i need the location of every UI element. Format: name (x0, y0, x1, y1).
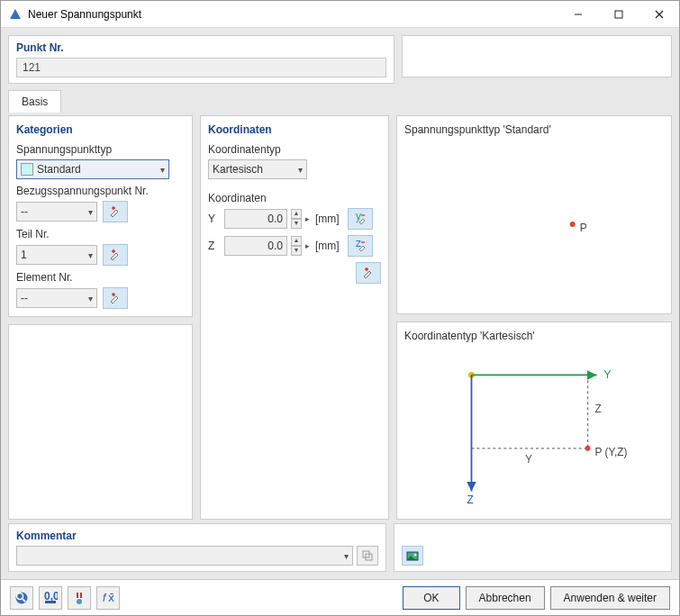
bezugspunkt-value: -- (21, 205, 88, 218)
teilnr-value: 1 (21, 249, 88, 261)
tab-basis[interactable]: Basis (8, 90, 61, 113)
close-button[interactable] (639, 1, 679, 27)
koordinaten-group: Koordinaten Koordinatentyp Kartesisch ▾ … (200, 115, 389, 520)
cancel-button[interactable]: Abbrechen (466, 586, 545, 610)
svg-rect-39 (80, 593, 82, 598)
maximize-button[interactable] (598, 1, 639, 27)
chevron-down-icon: ▾ (344, 551, 349, 561)
y-unit: [mm] (315, 213, 344, 225)
teilnr-pick-button[interactable] (103, 244, 128, 266)
svg-text:Y: Y (525, 452, 532, 465)
image-button[interactable] (402, 546, 423, 566)
preview2-title: Koordinatentyp 'Kartesisch' (404, 330, 664, 342)
svg-text:f: f (103, 592, 107, 604)
koordinaten-sublabel: Koordinaten (208, 192, 381, 204)
svg-text:z: z (356, 240, 361, 249)
coord-pick-button[interactable] (356, 262, 381, 284)
spannungspunkttyp-select[interactable]: Standard ▾ (16, 159, 169, 179)
preview2-svg: Y Z Z Y P (Y,Z) (404, 348, 664, 505)
svg-point-32 (413, 554, 416, 557)
y-label: Y (208, 213, 221, 225)
chevron-down-icon: ▾ (88, 250, 93, 260)
punktnr-panel: Punkt Nr. (8, 35, 394, 84)
chevron-down-icon: ▾ (88, 294, 93, 303)
z-spin-down[interactable]: ▼ (291, 246, 302, 256)
z-input[interactable] (224, 236, 287, 256)
punktnr-label: Punkt Nr. (16, 41, 386, 54)
header-preview-blank (402, 35, 672, 77)
z-pick-button[interactable]: z (348, 235, 373, 257)
koordinatentyp-label: Koordinatentyp (208, 143, 381, 156)
window-title: Neuer Spannungspunkt (28, 8, 558, 21)
preview1-p-label: P (580, 222, 587, 234)
koordinaten-heading: Koordinaten (208, 123, 381, 136)
svg-rect-37 (45, 601, 56, 603)
y-spin-up[interactable]: ▲ (291, 209, 302, 219)
z-unit: [mm] (315, 240, 344, 252)
kommentar-panel: Kommentar ▾ (8, 523, 386, 572)
bezugspunkt-label: Bezugsspannungspunkt Nr. (16, 185, 185, 197)
image-tool-panel (394, 523, 672, 572)
svg-text:Z: Z (467, 494, 474, 505)
elementnr-value: -- (21, 292, 88, 304)
content-area: Punkt Nr. Basis Kategorien Spannungspunk… (1, 28, 679, 579)
koordinatentyp-value: Kartesisch (213, 163, 298, 176)
teilnr-label: Teil Nr. (16, 228, 185, 240)
koordinatentyp-select[interactable]: Kartesisch ▾ (208, 159, 307, 179)
svg-text:Z: Z (595, 403, 602, 415)
y-spin-down[interactable]: ▼ (291, 219, 302, 229)
spannungspunkttyp-value: Standard (37, 163, 160, 176)
titlebar: Neuer Spannungspunkt (1, 1, 679, 28)
ok-button[interactable]: OK (403, 586, 459, 610)
bezugspunkt-select[interactable]: -- ▾ (16, 202, 97, 222)
units-button[interactable]: 0,00 (39, 586, 62, 610)
apply-button[interactable]: Anwenden & weiter (550, 586, 670, 610)
formula-button[interactable]: fx̄ (96, 586, 120, 610)
svg-text:y: y (356, 213, 361, 222)
left-blank-panel (8, 324, 193, 520)
elementnr-pick-button[interactable] (103, 287, 128, 309)
kommentar-select[interactable]: ▾ (16, 546, 353, 566)
svg-point-17 (570, 222, 576, 227)
svg-rect-2 (615, 11, 622, 18)
options-button[interactable] (68, 586, 91, 610)
kategorien-group: Kategorien Spannungspunkttyp Standard ▾ … (8, 115, 193, 317)
tab-row: Basis (8, 89, 672, 112)
spannungspunkttyp-label: Spannungspunkttyp (16, 143, 185, 156)
footer: 0,00 fx̄ OK Abbrechen Anwenden & weiter (1, 579, 679, 615)
svg-point-27 (585, 445, 591, 450)
preview1-title: Spannungspunkttyp 'Standard' (404, 123, 664, 136)
y-stepper-icon[interactable]: ▸ (305, 214, 310, 223)
preview-koordinatentyp: Koordinatentyp 'Kartesisch' Y Z (396, 322, 672, 521)
svg-text:P (Y,Z): P (Y,Z) (595, 445, 628, 457)
svg-text:x̄: x̄ (108, 592, 114, 604)
z-spin-up[interactable]: ▲ (291, 236, 302, 246)
z-stepper-icon[interactable]: ▸ (305, 241, 310, 250)
punktnr-input[interactable] (16, 58, 386, 77)
app-icon (8, 7, 23, 22)
help-button[interactable] (10, 586, 33, 610)
elementnr-label: Element Nr. (16, 271, 185, 284)
y-input[interactable] (224, 209, 287, 229)
y-pick-button[interactable]: y (348, 208, 373, 230)
chevron-down-icon: ▾ (160, 165, 165, 175)
dialog-window: Neuer Spannungspunkt Punkt Nr. Basis Kat… (0, 0, 680, 616)
svg-rect-38 (77, 593, 78, 598)
z-label: Z (208, 240, 221, 252)
preview-spannungspunkttyp: Spannungspunkttyp 'Standard' P (396, 115, 672, 314)
chevron-down-icon: ▾ (298, 165, 303, 175)
svg-marker-0 (10, 9, 21, 19)
teilnr-select[interactable]: 1 ▾ (16, 245, 97, 265)
kategorien-heading: Kategorien (16, 123, 185, 136)
kommentar-copy-button[interactable] (357, 546, 378, 566)
svg-point-40 (77, 599, 82, 604)
minimize-button[interactable] (558, 1, 598, 27)
kommentar-heading: Kommentar (16, 530, 378, 542)
type-color-chip (21, 163, 33, 176)
svg-text:Y: Y (603, 368, 611, 381)
bezugspunkt-pick-button[interactable] (103, 201, 128, 222)
elementnr-select[interactable]: -- ▾ (16, 288, 97, 308)
chevron-down-icon: ▾ (88, 207, 93, 217)
preview1-svg: P (404, 141, 664, 294)
